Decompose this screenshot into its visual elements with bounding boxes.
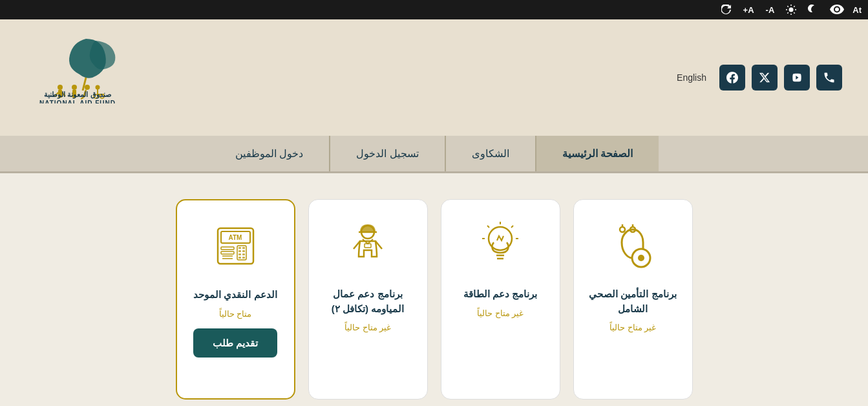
card-energy-icon: [471, 216, 529, 274]
nav-item-home[interactable]: الصفحة الرئيسية: [535, 136, 659, 171]
accessibility-bar: At A- A+: [0, 0, 868, 19]
card-cash-title: الدعم النقدي الموحد: [193, 288, 277, 303]
svg-point-0: [789, 8, 794, 12]
svg-point-17: [620, 227, 625, 232]
card-energy-status: غير متاح حالياً: [477, 308, 524, 318]
header: English: [0, 19, 868, 136]
card-workers-icon: [339, 216, 397, 274]
font-increase-button[interactable]: A+: [740, 4, 757, 16]
svg-rect-44: [242, 257, 245, 259]
svg-rect-43: [238, 257, 241, 259]
svg-rect-39: [238, 250, 241, 252]
logo-area: صندوق المعونة الوطنية NATIONAL AID FUND: [26, 32, 129, 123]
card-cash-support: ATM الدعم النقدي الموحد متاح حالياً: [176, 199, 295, 400]
card-workers: برنامج دعم عمال المياومه (تكافل ٢) غير م…: [308, 199, 428, 400]
card-health-insurance: برنامج التأمين الصحي الشامل غير متاح حال…: [573, 199, 693, 400]
card-health-title: برنامج التأمين الصحي الشامل: [584, 287, 683, 316]
font-decrease-button[interactable]: A-: [763, 4, 778, 16]
card-workers-title: برنامج دعم عمال المياومه (تكافل ٢): [319, 287, 418, 316]
logo-image: صندوق المعونة الوطنية NATIONAL AID FUND: [26, 32, 129, 123]
svg-text:صندوق المعونة الوطنية: صندوق المعونة الوطنية: [44, 91, 111, 99]
vision-button[interactable]: [827, 3, 847, 16]
social-links: English: [677, 65, 842, 91]
svg-point-10: [95, 85, 100, 90]
svg-point-2: [58, 85, 63, 90]
light-mode-button[interactable]: [783, 3, 799, 16]
svg-rect-42: [242, 253, 245, 255]
svg-point-16: [638, 255, 644, 261]
svg-rect-38: [242, 247, 245, 249]
nav-item-employee-login[interactable]: دخول الموظفين: [209, 136, 329, 171]
card-cash-status: متاح حالياً: [219, 309, 252, 319]
svg-line-26: [511, 226, 513, 228]
navigation: الصفحة الرئيسية الشكاوى تسجيل الدخول دخو…: [0, 136, 868, 173]
svg-text:ATM: ATM: [228, 234, 242, 241]
at-label: At: [852, 5, 862, 15]
svg-line-25: [487, 226, 489, 228]
svg-rect-40: [242, 250, 245, 252]
svg-rect-45: [221, 251, 234, 254]
facebook-link[interactable]: [719, 65, 745, 91]
card-energy: برنامج دعم الطاقة غير متاح حالياً: [441, 199, 560, 400]
card-workers-status: غير متاح حالياً: [344, 323, 391, 332]
card-energy-title: برنامج دعم الطاقة: [463, 287, 537, 302]
svg-point-6: [72, 85, 77, 90]
nav-item-complaints[interactable]: الشكاوى: [445, 136, 535, 171]
language-link[interactable]: English: [677, 72, 706, 83]
youtube-link[interactable]: [784, 65, 810, 91]
svg-rect-37: [238, 247, 241, 249]
apply-button[interactable]: تقديم طلب: [193, 328, 277, 358]
card-health-status: غير متاح حالياً: [609, 323, 656, 332]
svg-text:NATIONAL AID FUND: NATIONAL AID FUND: [39, 100, 116, 103]
refresh-button[interactable]: [718, 3, 735, 16]
card-health-icon: [604, 216, 662, 274]
phone-link[interactable]: [816, 65, 842, 91]
nav-item-login[interactable]: تسجيل الدخول: [329, 136, 444, 171]
svg-rect-35: [221, 247, 234, 250]
dark-mode-button[interactable]: [805, 3, 821, 16]
card-cash-icon: ATM: [206, 217, 264, 275]
main-content: برنامج التأمين الصحي الشامل غير متاح حال…: [0, 173, 868, 406]
svg-rect-41: [238, 253, 241, 255]
twitter-link[interactable]: [752, 65, 778, 91]
svg-point-8: [85, 85, 90, 90]
